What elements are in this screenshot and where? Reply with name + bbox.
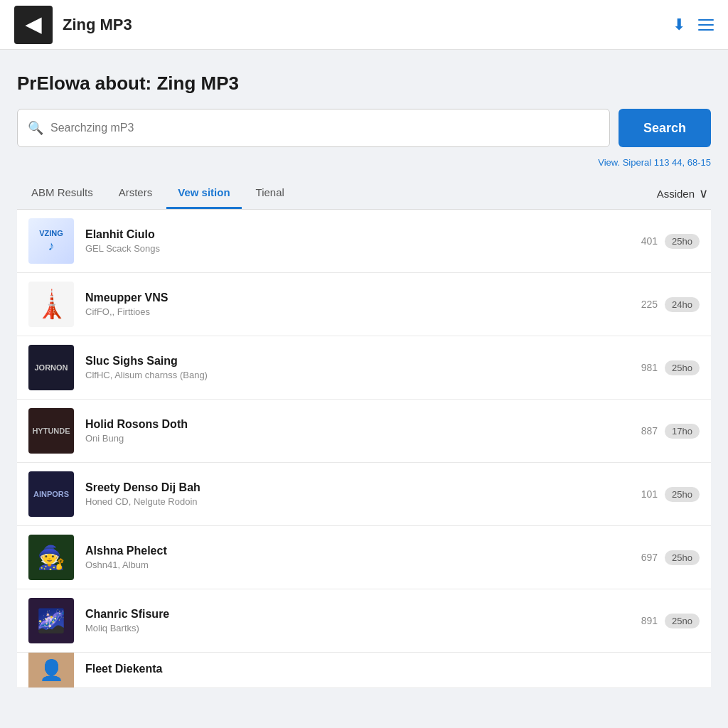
page-title: PrElowa about: Zing MP3 bbox=[17, 73, 711, 95]
item-count: 225 bbox=[632, 299, 658, 310]
item-meta: 225 24ho bbox=[632, 297, 700, 312]
item-meta: 891 25no bbox=[632, 614, 700, 628]
item-info: Chanric Sfisure Moliq Bartks) bbox=[85, 608, 621, 633]
tab-tienal[interactable]: Tienal bbox=[245, 178, 296, 209]
item-title: Nmeupper VNS bbox=[85, 291, 621, 304]
view-info: View. Siperal 113 44, 68-15 bbox=[17, 157, 711, 168]
item-badge: 25ho bbox=[665, 360, 700, 375]
item-info: Nmeupper VNS CifFO,, Firttioes bbox=[85, 291, 621, 317]
search-bar: 🔍 Search bbox=[17, 109, 711, 147]
item-badge: 25ho bbox=[665, 234, 700, 249]
item-subtitle: Honed CD, Nelgute Rodoin bbox=[85, 496, 621, 507]
item-thumbnail: JORNON bbox=[28, 345, 74, 390]
item-title: Sluc Sighs Saing bbox=[85, 355, 621, 368]
download-icon[interactable]: ⬇ bbox=[673, 16, 685, 34]
tabs-bar: ABM Results Arsters Vew sition Tienal As… bbox=[17, 178, 711, 210]
item-subtitle: Oshn41, Album bbox=[85, 560, 621, 570]
chevron-down-icon: ∨ bbox=[699, 186, 708, 201]
item-thumbnail: 🧙 bbox=[28, 535, 74, 580]
item-info: Alshna Phelect Oshn41, Album bbox=[85, 545, 621, 570]
item-title: Fleet Diekenta bbox=[85, 663, 700, 675]
header-right: ⬇ bbox=[673, 16, 714, 34]
list-item[interactable]: 👤 Fleet Diekenta bbox=[17, 653, 711, 688]
item-count: 101 bbox=[632, 488, 658, 500]
tab-arsters[interactable]: Arsters bbox=[107, 178, 164, 209]
item-count: 891 bbox=[632, 615, 658, 626]
list-item[interactable]: HYTUNDE Holid Rosons Doth Oni Bung 887 1… bbox=[17, 400, 711, 463]
item-meta: 887 17ho bbox=[632, 424, 700, 439]
item-badge: 25ho bbox=[665, 487, 700, 502]
search-button[interactable]: Search bbox=[619, 109, 711, 147]
item-thumbnail: 🌌 bbox=[28, 598, 74, 643]
logo-box[interactable]: ◀ bbox=[14, 6, 53, 44]
item-thumbnail: AINPORS bbox=[28, 471, 74, 517]
item-badge: 25ho bbox=[665, 550, 700, 565]
item-meta: 101 25ho bbox=[632, 487, 700, 502]
app-header: ◀ Zing MP3 ⬇ bbox=[0, 0, 728, 50]
item-subtitle: Oni Bung bbox=[85, 433, 621, 444]
item-count: 697 bbox=[632, 552, 658, 563]
item-thumbnail: 👤 bbox=[28, 653, 74, 688]
item-info: Sluc Sighs Saing ClfHC, Alisum charnss (… bbox=[85, 355, 621, 380]
item-count: 401 bbox=[632, 235, 658, 247]
header-left: ◀ Zing MP3 bbox=[14, 6, 132, 44]
item-badge: 25no bbox=[665, 614, 700, 628]
list-item[interactable]: AINPORS Sreety Denso Dij Bah Honed CD, N… bbox=[17, 463, 711, 526]
item-title: Elanhit Ciulo bbox=[85, 228, 621, 241]
assiden-label: Assiden bbox=[657, 188, 695, 200]
menu-icon[interactable] bbox=[698, 19, 714, 31]
app-title: Zing MP3 bbox=[63, 16, 132, 34]
tab-vew-sition[interactable]: Vew sition bbox=[166, 178, 241, 209]
item-subtitle: Moliq Bartks) bbox=[85, 623, 621, 633]
item-meta: 401 25ho bbox=[632, 234, 700, 249]
item-badge: 17ho bbox=[665, 424, 700, 439]
search-icon: 🔍 bbox=[28, 120, 43, 136]
item-title: Alshna Phelect bbox=[85, 545, 621, 557]
item-title: Holid Rosons Doth bbox=[85, 418, 621, 431]
logo-icon: ◀ bbox=[26, 15, 41, 35]
item-info: Holid Rosons Doth Oni Bung bbox=[85, 418, 621, 444]
item-thumbnail: HYTUNDE bbox=[28, 408, 74, 454]
item-thumbnail: VZING ♪ bbox=[28, 218, 74, 264]
search-input[interactable] bbox=[50, 112, 599, 144]
list-item[interactable]: JORNON Sluc Sighs Saing ClfHC, Alisum ch… bbox=[17, 336, 711, 400]
item-thumbnail: 🗼 bbox=[28, 282, 74, 327]
item-info: Sreety Denso Dij Bah Honed CD, Nelgute R… bbox=[85, 481, 621, 507]
list-item[interactable]: 🌌 Chanric Sfisure Moliq Bartks) 891 25no bbox=[17, 589, 711, 653]
item-count: 887 bbox=[632, 425, 658, 437]
item-subtitle: CifFO,, Firttioes bbox=[85, 306, 621, 317]
item-meta: 981 25ho bbox=[632, 360, 700, 375]
assiden-button[interactable]: Assiden ∨ bbox=[657, 186, 708, 201]
results-list: VZING ♪ Elanhit Ciulo GEL Scack Songs 40… bbox=[17, 210, 711, 688]
item-info: Fleet Diekenta bbox=[85, 663, 700, 678]
main-content: PrElowa about: Zing MP3 🔍 Search View. S… bbox=[0, 50, 728, 688]
item-info: Elanhit Ciulo GEL Scack Songs bbox=[85, 228, 621, 254]
item-title: Chanric Sfisure bbox=[85, 608, 621, 621]
item-meta: 697 25ho bbox=[632, 550, 700, 565]
list-item[interactable]: 🧙 Alshna Phelect Oshn41, Album 697 25ho bbox=[17, 526, 711, 589]
item-subtitle: ClfHC, Alisum charnss (Bang) bbox=[85, 370, 621, 380]
tab-abm-results[interactable]: ABM Results bbox=[20, 178, 105, 209]
list-item[interactable]: VZING ♪ Elanhit Ciulo GEL Scack Songs 40… bbox=[17, 210, 711, 273]
search-input-wrapper[interactable]: 🔍 bbox=[17, 109, 610, 147]
list-item[interactable]: 🗼 Nmeupper VNS CifFO,, Firttioes 225 24h… bbox=[17, 273, 711, 336]
item-subtitle: GEL Scack Songs bbox=[85, 243, 621, 254]
item-count: 981 bbox=[632, 362, 658, 373]
item-title: Sreety Denso Dij Bah bbox=[85, 481, 621, 494]
item-badge: 24ho bbox=[665, 297, 700, 312]
